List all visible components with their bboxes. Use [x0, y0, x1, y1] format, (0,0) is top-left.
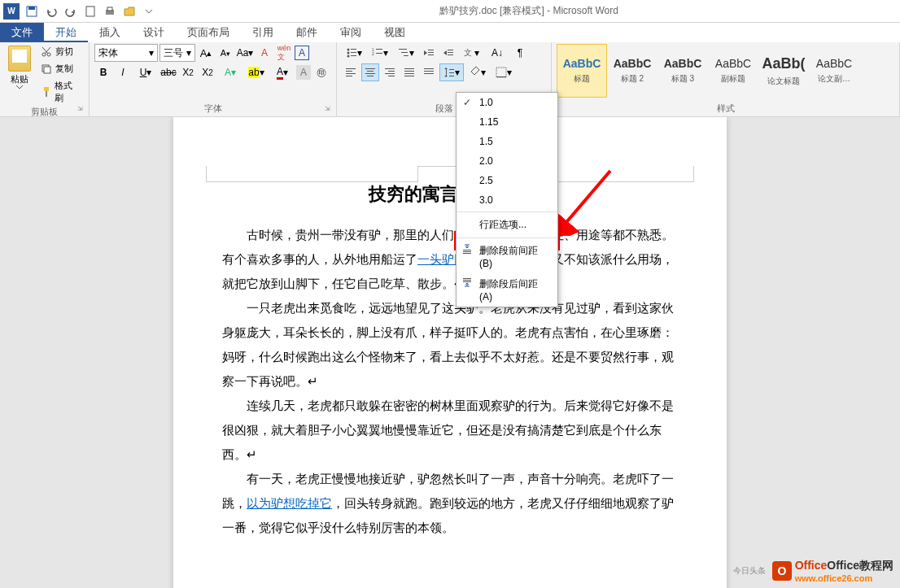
svg-rect-34 [346, 76, 352, 76]
svg-rect-35 [365, 68, 375, 69]
enclose-char-button[interactable]: ㊞ [312, 63, 330, 81]
strike-button[interactable]: abc [159, 63, 177, 81]
paste-button[interactable]: 粘贴 [5, 44, 34, 106]
tab-file[interactable]: 文件 [0, 23, 44, 42]
multilevel-list-button[interactable]: ▾ [394, 44, 418, 62]
doc-para-4[interactable]: 有一天，老虎正慢慢地接近驴，驴忽然长叫了一声，声音十分响亮。老虎吓了一跳，以为驴… [222, 467, 678, 540]
redo-icon[interactable] [62, 2, 80, 20]
new-doc-icon[interactable] [81, 2, 99, 20]
document-page[interactable]: 技穷的寓言故事↵ 古时候，贵州一带没有驴，那里的人们对于驴的相貌、习性、用途等都… [173, 117, 727, 588]
subscript-button[interactable]: X2 [179, 63, 197, 81]
superscript-button[interactable]: X2 [199, 63, 216, 81]
styles-gallery: AaBbC标题 AaBbC标题 2 AaBbC标题 3 AaBbC副标题 AaB… [557, 44, 894, 98]
borders-icon [496, 67, 507, 78]
format-painter-button[interactable]: 格式刷 [37, 78, 84, 106]
paste-label: 粘贴 [11, 73, 28, 85]
spacing-2-5[interactable]: 2.5 [457, 171, 557, 190]
font-dialog-launcher[interactable]: ⇲ [325, 105, 334, 115]
borders-button[interactable]: ▾ [492, 63, 516, 81]
numbering-icon: 12 [372, 47, 383, 59]
sort-button[interactable]: A↓ [485, 44, 509, 62]
group-clipboard: 粘贴 剪切 复制 格式刷 剪贴板 ⇲ [0, 42, 90, 116]
copy-icon [41, 63, 52, 75]
change-case-button[interactable]: Aa▾ [236, 44, 254, 62]
line-spacing-dropdown: ✓1.0 1.15 1.5 2.0 2.5 3.0 行距选项... 删除段前间距… [456, 92, 558, 307]
spacing-1-0[interactable]: ✓1.0 [457, 93, 557, 112]
font-name-selector[interactable]: 宋体▾ [94, 44, 158, 62]
align-left-icon [345, 67, 356, 78]
char-border-button[interactable]: A [295, 46, 309, 60]
style-title[interactable]: AaBbC标题 [557, 44, 607, 98]
spacing-options[interactable]: 行距选项... [457, 214, 557, 236]
tab-review[interactable]: 审阅 [329, 23, 373, 42]
undo-icon[interactable] [42, 2, 60, 20]
chevron-down-icon [16, 85, 23, 89]
remove-space-after[interactable]: 删除段后间距(A) [457, 273, 557, 307]
spacing-2-0[interactable]: 2.0 [457, 151, 557, 171]
doc-para-2[interactable]: 一只老虎出来觅食吃，远远地望见了这头驴。老虎从来没有见过驴，看到这家伙身躯庞大，… [222, 296, 678, 394]
tab-home[interactable]: 开始 [44, 23, 88, 42]
doc-para-1[interactable]: 古时候，贵州一带没有驴，那里的人们对于驴的相貌、习性、用途等都不熟悉。有个喜欢多… [222, 223, 678, 296]
font-size-selector[interactable]: 三号▾ [159, 44, 195, 62]
highlight-button[interactable]: ab▾ [244, 63, 269, 81]
align-justify-button[interactable] [400, 63, 418, 81]
distribute-icon [423, 67, 435, 78]
tab-design[interactable]: 设计 [132, 23, 176, 42]
open-icon[interactable] [120, 2, 138, 20]
tab-view[interactable]: 视图 [373, 23, 417, 42]
style-h3[interactable]: AaBbC标题 3 [658, 44, 708, 98]
numbering-button[interactable]: 12▾ [368, 44, 392, 62]
style-paper-sub[interactable]: AaBbC论文副… [809, 44, 859, 98]
qat-customize-icon[interactable] [140, 2, 158, 20]
italic-button[interactable]: I [114, 63, 132, 81]
remove-space-before[interactable]: 删除段前间距(B) [457, 240, 557, 273]
clear-format-button[interactable]: A [256, 44, 273, 62]
svg-rect-24 [428, 50, 434, 50]
align-center-button[interactable] [361, 63, 379, 81]
style-subtitle[interactable]: AaBbC副标题 [708, 44, 758, 98]
shrink-font-button[interactable]: A▾ [216, 44, 234, 62]
line-spacing-button[interactable]: ▾ [439, 63, 464, 81]
doc-para-3[interactable]: 连续几天，老虎都只敢躲在密密的树林里面观察驴的行为。后来觉得它好像不是很凶狠，就… [222, 394, 678, 467]
svg-rect-16 [351, 55, 356, 56]
clipboard-dialog-launcher[interactable]: ⇲ [77, 105, 87, 115]
ribbon: 粘贴 剪切 复制 格式刷 剪贴板 ⇲ 宋体▾ 三号▾ A▴ A▾ Aa▾ A w… [0, 42, 900, 117]
tab-references[interactable]: 引用 [241, 23, 285, 42]
grow-font-button[interactable]: A▴ [197, 44, 215, 62]
svg-rect-32 [346, 71, 352, 72]
text-effects-button[interactable]: A▾ [218, 63, 242, 81]
text-direction-button[interactable]: 文▾ [459, 44, 483, 62]
align-right-button[interactable] [381, 63, 399, 81]
decrease-indent-button[interactable] [420, 44, 438, 62]
outdent-icon [423, 47, 435, 59]
style-h2[interactable]: AaBbC标题 2 [607, 44, 658, 98]
tab-layout[interactable]: 页面布局 [176, 23, 241, 42]
font-color-button[interactable]: A▾ [270, 63, 295, 81]
print-icon[interactable] [101, 2, 119, 20]
underline-button[interactable]: U▾ [133, 63, 158, 81]
space-before-icon [461, 243, 473, 255]
shading-button[interactable]: ▾ [465, 63, 490, 81]
char-shading-button[interactable]: A [296, 65, 311, 80]
align-left-button[interactable] [342, 63, 360, 81]
cut-button[interactable]: 剪切 [37, 44, 84, 59]
doc-body[interactable]: 古时候，贵州一带没有驴，那里的人们对于驴的相貌、习性、用途等都不熟悉。有个喜欢多… [222, 223, 678, 540]
font-group-label: 字体 [94, 102, 331, 116]
show-marks-button[interactable]: ¶ [511, 44, 529, 62]
doc-link-2[interactable]: 以为驴想吃掉它 [247, 497, 332, 510]
svg-rect-26 [428, 54, 434, 55]
spacing-3-0[interactable]: 3.0 [457, 190, 557, 210]
increase-indent-button[interactable] [439, 44, 457, 62]
copy-button[interactable]: 复制 [37, 61, 84, 76]
space-after-icon [461, 277, 473, 288]
align-distribute-button[interactable] [420, 63, 438, 81]
tab-insert[interactable]: 插入 [88, 23, 132, 42]
bullets-button[interactable]: ▾ [342, 44, 366, 62]
bold-button[interactable]: B [94, 63, 112, 81]
spacing-1-15[interactable]: 1.15 [457, 112, 557, 132]
phonetic-guide-button[interactable]: wén文 [275, 44, 293, 62]
spacing-1-5[interactable]: 1.5 [457, 132, 557, 151]
save-icon[interactable] [23, 2, 41, 20]
style-paper-title[interactable]: AaBb(论文标题 [758, 44, 809, 98]
tab-mailings[interactable]: 邮件 [285, 23, 329, 42]
